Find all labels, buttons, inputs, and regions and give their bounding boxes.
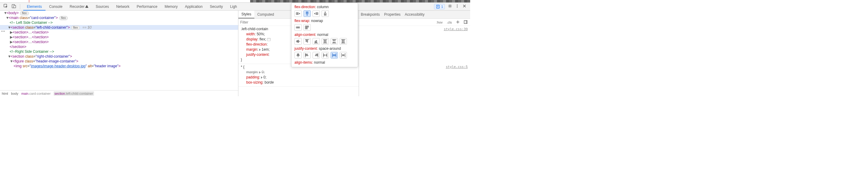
ellipsis-icon: ••• [1, 30, 5, 33]
justify-center-icon[interactable] [294, 52, 302, 59]
svg-rect-59 [316, 54, 318, 55]
dom-node-close[interactable]: </section> [0, 44, 238, 49]
dom-node-body[interactable]: ▼<body>flex [0, 10, 238, 16]
svg-rect-26 [307, 28, 307, 29]
tab-security[interactable]: Security [206, 3, 226, 10]
flex-badge[interactable]: flex [59, 16, 68, 20]
svg-rect-45 [333, 42, 334, 43]
dom-node-figure[interactable]: ▼<figure class="header-image-container"> [0, 59, 238, 64]
inspect-icon[interactable] [4, 4, 8, 9]
dom-node-section-left[interactable]: ▼<section class="left-child-container">f… [0, 25, 238, 30]
breadcrumb-main[interactable]: main.card-container [22, 92, 51, 95]
flex-badge[interactable]: flex [20, 11, 29, 16]
tab-accessibility[interactable]: Accessibility [405, 12, 424, 17]
tab-performance[interactable]: Performance [133, 3, 161, 10]
tab-network[interactable]: Network [113, 3, 133, 10]
justify-evenly-icon[interactable] [340, 52, 347, 59]
devtools-tabs: Elements Console Recorder Sources Networ… [23, 3, 241, 10]
expand-icon[interactable] [261, 76, 262, 79]
svg-point-8 [457, 7, 458, 7]
svg-rect-68 [335, 55, 336, 56]
tab-recorder[interactable]: Recorder [66, 3, 92, 10]
issues-button[interactable]: 1 [434, 4, 445, 9]
flex-prop-value: nowrap [311, 19, 323, 23]
align-content-between-icon[interactable] [331, 38, 338, 44]
tab-lighthouse[interactable]: Ligh [227, 3, 241, 10]
flex-direction-row-reverse-icon[interactable] [313, 10, 320, 17]
flexbox-editor-popup: flex-direction: column flex-wrap: nowrap… [291, 3, 358, 67]
align-content-stretch-icon[interactable] [340, 38, 347, 44]
tab-console[interactable]: Console [45, 3, 66, 10]
flex-direction-column-reverse-icon[interactable] [321, 10, 329, 17]
tab-memory[interactable]: Memory [161, 3, 181, 10]
svg-rect-50 [342, 40, 343, 43]
flex-prop-value: normal [317, 33, 328, 37]
flex-prop-value: space-around [319, 47, 341, 51]
flex-wrap-nowrap-icon[interactable] [294, 24, 302, 31]
dom-tree[interactable]: ••• ▼<body>flex ▼<main class="card-conta… [0, 10, 238, 90]
tab-styles[interactable]: Styles [239, 10, 254, 19]
svg-rect-63 [324, 55, 324, 56]
settings-icon[interactable] [448, 4, 452, 9]
source-link[interactable]: style.css:5 [359, 64, 470, 69]
breadcrumb-html[interactable]: html [2, 92, 8, 95]
dom-node-section[interactable]: ▶<section>…</section> [0, 35, 238, 39]
align-content-end-icon[interactable] [313, 38, 320, 44]
svg-rect-56 [306, 54, 307, 55]
svg-rect-34 [315, 41, 315, 43]
svg-rect-14 [306, 13, 308, 14]
align-content-start-icon[interactable] [304, 38, 311, 44]
css-rule[interactable]: * { margin:0; padding:0; box-sizing: bor… [239, 64, 359, 87]
source-link[interactable]: style.css:39 [359, 26, 470, 31]
dom-node-section[interactable]: ▶<section>…</section> [0, 30, 238, 35]
svg-rect-60 [315, 55, 318, 56]
tab-computed[interactable]: Computed [254, 10, 277, 19]
device-toggle-icon[interactable] [12, 4, 16, 9]
css-selector[interactable]: * [241, 65, 242, 69]
svg-rect-9 [464, 21, 467, 24]
tab-breakpoints[interactable]: Breakpoints [361, 12, 380, 17]
css-prop-overridden[interactable]: margin:0; [241, 70, 358, 75]
breadcrumb-body[interactable]: body [11, 92, 19, 95]
flex-prop-label: align-content [294, 33, 315, 37]
breadcrumb-section[interactable]: section.left-child-container [54, 91, 94, 96]
css-selector[interactable]: .left-child-contain [241, 27, 268, 31]
close-icon[interactable] [462, 4, 467, 9]
dom-node-main[interactable]: ▼<main class="card-container">flex [0, 16, 238, 20]
more-icon[interactable] [455, 4, 459, 9]
justify-around-icon[interactable] [331, 52, 338, 59]
align-content-center-icon[interactable] [294, 38, 302, 44]
align-content-around-icon[interactable] [321, 38, 329, 44]
panel-toggle-icon[interactable] [463, 20, 468, 25]
flex-badge[interactable]: flex [71, 26, 80, 30]
flex-direction-row-icon[interactable] [294, 10, 302, 17]
flex-prop-label: flex-direction [294, 5, 315, 9]
dom-node-img[interactable]: <img src="images/image-header-desktop.jp… [0, 64, 238, 68]
justify-end-icon[interactable] [313, 52, 320, 59]
tab-elements[interactable]: Elements [23, 3, 45, 10]
svg-rect-20 [298, 27, 299, 28]
justify-start-icon[interactable] [304, 52, 311, 59]
flex-editor-icon[interactable] [267, 38, 271, 41]
svg-rect-16 [316, 13, 317, 14]
dom-node-section-right[interactable]: ▼<section class="right-child-container"> [0, 54, 238, 59]
tab-application[interactable]: Application [181, 3, 207, 10]
flex-wrap-wrap-icon[interactable] [304, 24, 311, 31]
issues-count: 1 [441, 5, 443, 8]
tab-sources[interactable]: Sources [92, 3, 113, 10]
tab-properties[interactable]: Properties [384, 12, 401, 17]
new-rule-icon[interactable] [455, 20, 461, 25]
flex-prop-label: justify-content [294, 47, 317, 51]
dom-comment[interactable]: <!--Right Side Container --> [0, 49, 238, 54]
svg-rect-4 [438, 6, 438, 7]
svg-rect-18 [324, 13, 326, 14]
class-toggle[interactable]: .cls [446, 20, 453, 24]
flex-direction-column-icon[interactable] [304, 10, 311, 17]
dom-node-section[interactable]: ▶<section>…</section> [0, 39, 238, 44]
dom-comment[interactable]: <!-- Left Side Container --> [0, 20, 238, 25]
svg-rect-46 [335, 40, 335, 41]
svg-rect-40 [326, 40, 326, 41]
justify-between-icon[interactable] [321, 52, 329, 59]
expand-icon[interactable] [259, 49, 261, 51]
hover-toggle[interactable]: :hov [435, 20, 444, 24]
